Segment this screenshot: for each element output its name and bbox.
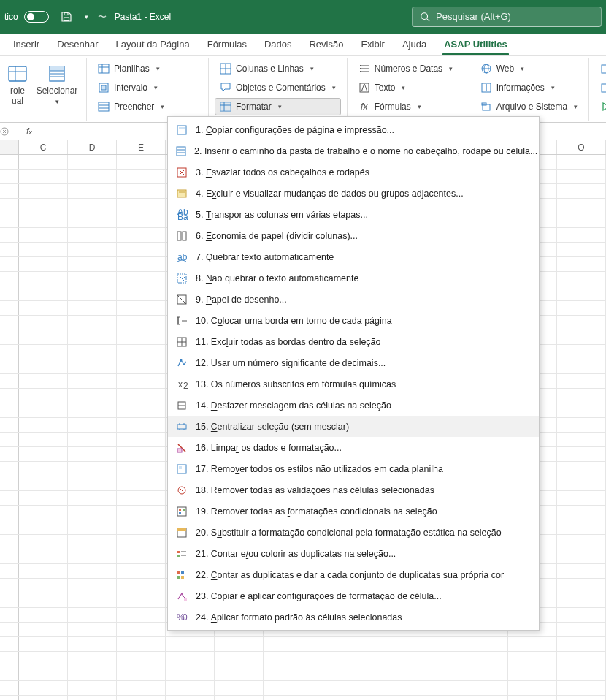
cell[interactable] — [557, 330, 606, 344]
cell[interactable] — [557, 579, 606, 593]
cell[interactable] — [117, 345, 166, 359]
cell[interactable] — [557, 637, 606, 651]
row-header[interactable] — [0, 564, 19, 578]
cell[interactable] — [166, 681, 215, 695]
cell[interactable] — [68, 696, 117, 700]
cell[interactable] — [557, 184, 606, 198]
cell[interactable] — [68, 228, 117, 242]
cell[interactable] — [410, 681, 459, 695]
cell[interactable] — [117, 520, 166, 534]
cell[interactable] — [68, 623, 117, 636]
cell[interactable] — [19, 272, 68, 286]
cell[interactable] — [410, 696, 459, 700]
cell[interactable] — [557, 462, 606, 476]
cell[interactable] — [166, 696, 215, 700]
intervalo-button[interactable]: Intervalo — [93, 79, 202, 96]
column-header[interactable]: O — [557, 140, 606, 154]
tab-layout-da-página[interactable]: Layout da Página — [107, 35, 199, 55]
row-header[interactable] — [0, 637, 19, 651]
search-input[interactable]: Pesquisar (Alt+G) — [412, 7, 602, 27]
menu-item-12[interactable]: 12. Usar um número significante de decim… — [168, 352, 539, 373]
menu-item-17[interactable]: 17. Remover todos os estilos não utiliza… — [168, 458, 539, 479]
cell[interactable] — [508, 681, 557, 695]
row-header[interactable] — [0, 316, 19, 330]
row-header[interactable] — [0, 199, 19, 213]
cell[interactable] — [508, 652, 557, 666]
cell[interactable] — [19, 462, 68, 476]
formatar-button[interactable]: Formatar — [215, 98, 341, 115]
menu-item-19[interactable]: 19. Remover todas as formatações condici… — [168, 501, 539, 522]
cell[interactable] — [557, 623, 606, 636]
row-header[interactable] — [0, 418, 19, 432]
tab-ajuda[interactable]: Ajuda — [394, 35, 435, 55]
cell[interactable] — [117, 696, 166, 700]
cell[interactable] — [19, 257, 68, 271]
cell[interactable] — [19, 155, 68, 169]
tab-inserir[interactable]: Inserir — [4, 35, 48, 55]
row-header[interactable] — [0, 447, 19, 461]
cell[interactable] — [215, 696, 264, 700]
cell[interactable] — [557, 549, 606, 563]
cell[interactable] — [557, 359, 606, 373]
cell[interactable] — [68, 564, 117, 578]
row-header[interactable] — [0, 476, 19, 490]
menu-item-9[interactable]: 9. Papel de desenho... — [168, 289, 539, 310]
cell[interactable] — [264, 681, 312, 695]
row-header[interactable] — [0, 272, 19, 286]
cell[interactable] — [557, 170, 606, 183]
select-all-corner[interactable] — [0, 140, 19, 154]
cell[interactable] — [117, 228, 166, 242]
menu-item-7[interactable]: ab7. Quebrar texto automaticamente — [168, 246, 539, 267]
cell[interactable] — [557, 286, 606, 300]
informacoes-button[interactable]: iInformações — [475, 79, 583, 96]
cell[interactable] — [557, 199, 606, 213]
tab-dados[interactable]: Dados — [256, 35, 301, 55]
row-header[interactable] — [0, 257, 19, 271]
cell[interactable] — [215, 666, 264, 680]
objetos-comentarios-button[interactable]: Objetos e Comentários — [215, 79, 341, 96]
cell[interactable] — [68, 652, 117, 666]
cell[interactable] — [117, 608, 166, 622]
cell[interactable] — [117, 491, 166, 505]
cell[interactable] — [68, 476, 117, 490]
cell[interactable] — [68, 666, 117, 680]
cell[interactable] — [68, 213, 117, 227]
cell[interactable] — [68, 447, 117, 461]
cell[interactable] — [19, 520, 68, 534]
cell[interactable] — [557, 389, 606, 403]
cell[interactable] — [361, 652, 410, 666]
cell[interactable] — [19, 696, 68, 700]
cell[interactable] — [361, 696, 410, 700]
menu-item-3[interactable]: 3. Esvaziar todos os cabeçalhos e rodapé… — [168, 161, 539, 183]
cell[interactable] — [410, 652, 459, 666]
cell[interactable] — [19, 549, 68, 563]
cell[interactable] — [19, 447, 68, 461]
menu-item-22[interactable]: 22. Contar as duplicatas e dar a cada co… — [168, 564, 539, 585]
colunas-linhas-button[interactable]: Colunas e Linhas — [215, 60, 341, 77]
cell[interactable] — [68, 579, 117, 593]
cell[interactable] — [68, 433, 117, 446]
formulas-button[interactable]: fxFórmulas — [353, 98, 463, 115]
cell[interactable] — [312, 666, 361, 680]
cell[interactable] — [19, 403, 68, 417]
tab-fórmulas[interactable]: Fórmulas — [199, 35, 256, 55]
cell[interactable] — [19, 228, 68, 242]
cell[interactable] — [166, 666, 215, 680]
cell[interactable] — [19, 579, 68, 593]
cell[interactable] — [264, 696, 312, 700]
cell[interactable] — [557, 272, 606, 286]
cell[interactable] — [557, 213, 606, 227]
cell[interactable] — [557, 316, 606, 330]
texto-button[interactable]: ATexto — [353, 79, 463, 96]
cell[interactable] — [508, 637, 557, 651]
row-header[interactable] — [0, 535, 19, 549]
cell[interactable] — [68, 272, 117, 286]
select-button[interactable]: Selecionar ▾ — [34, 60, 80, 105]
row-header[interactable] — [0, 286, 19, 300]
cell[interactable] — [508, 696, 557, 700]
cell[interactable] — [19, 330, 68, 344]
cell[interactable] — [459, 696, 508, 700]
cell[interactable] — [361, 666, 410, 680]
cell[interactable] — [557, 593, 606, 607]
cell[interactable] — [117, 447, 166, 461]
